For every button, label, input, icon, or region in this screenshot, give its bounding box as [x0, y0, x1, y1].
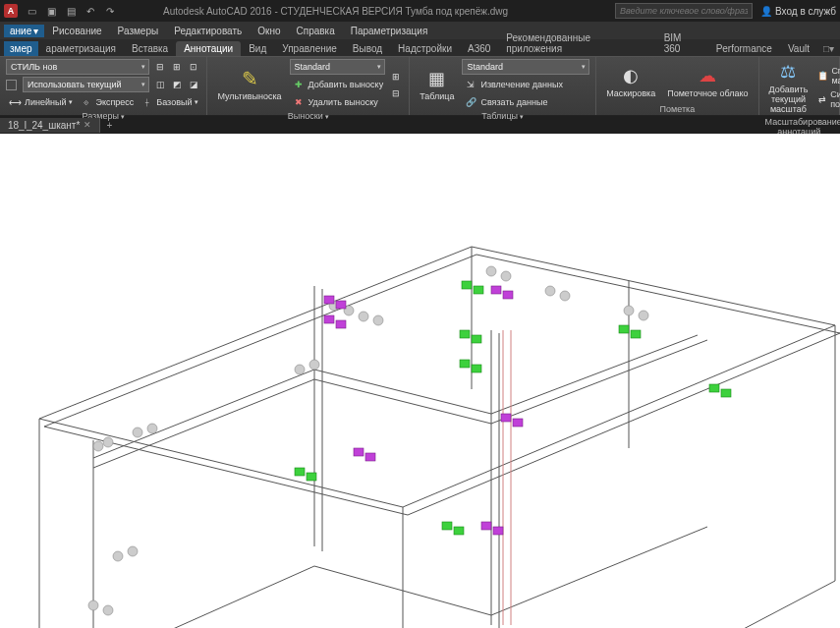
tab-insert[interactable]: Вставка	[124, 41, 176, 56]
extract-data-button[interactable]: ⇲Извлечение данных	[462, 77, 589, 92]
svg-point-19	[501, 271, 511, 281]
add-leader-button[interactable]: ✚Добавить выноску	[290, 77, 386, 92]
svg-rect-52	[354, 448, 364, 456]
remove-leader-button[interactable]: ✖Удалить выноску	[290, 94, 386, 110]
dim-icon-5[interactable]: ◩	[170, 78, 184, 91]
svg-rect-46	[324, 296, 334, 304]
table-icon: ▦	[424, 68, 450, 89]
svg-point-11	[147, 424, 157, 433]
tab-bim360[interactable]: BIM 360	[656, 30, 708, 56]
signin-label: Вход в служб	[775, 6, 836, 17]
help-search-input[interactable]	[615, 3, 753, 19]
express-icon: ⟐	[79, 95, 92, 109]
tab-parametric[interactable]: араметризация	[38, 41, 124, 56]
link-data-button[interactable]: 🔗Связать данные	[462, 94, 589, 110]
tab-performance[interactable]: Performance	[708, 41, 780, 56]
remove-leader-icon: ✖	[292, 95, 306, 109]
drawing-canvas[interactable]	[0, 134, 840, 628]
dim-express-button[interactable]: ⟐Экспресс	[77, 94, 136, 110]
dim-icon-4[interactable]: ◫	[153, 78, 167, 91]
leader-mini-2[interactable]: ⊟	[389, 86, 403, 100]
menu-edit[interactable]: Редактировать	[166, 26, 250, 36]
tab-featured[interactable]: Рекомендованные приложения	[498, 30, 655, 56]
user-icon: 👤	[760, 6, 772, 17]
panel-tables-title[interactable]: Таблицы▾	[416, 110, 589, 121]
add-scale-button[interactable]: ⚖ Добавить текущий масштаб	[765, 59, 812, 116]
multileader-button[interactable]: ✎ Мультивыноска	[213, 66, 285, 103]
leader-style-combo[interactable]: Standard	[290, 59, 386, 75]
sync-icon: ⇄	[817, 92, 827, 106]
use-current-combo[interactable]: Использовать текущий	[23, 77, 149, 92]
menu-window[interactable]: Окно	[250, 26, 288, 36]
qat-open-icon[interactable]: ▣	[43, 3, 59, 19]
tab-output[interactable]: Вывод	[345, 41, 390, 56]
svg-point-21	[560, 291, 570, 301]
app-icon[interactable]: A	[4, 4, 18, 18]
panel-leaders: ✎ Мультивыноска Standard ✚Добавить вынос…	[207, 57, 410, 115]
signin-button[interactable]: 👤 Вход в служб	[760, 6, 836, 17]
menu-left-dropdown[interactable]: ание▾	[4, 25, 44, 37]
ribbon-left-btn[interactable]: змер	[4, 41, 38, 56]
document-tab-1[interactable]: 18_l_24_шкант* ✕	[0, 118, 100, 133]
dim-icon-3[interactable]: ⊡	[187, 60, 200, 74]
svg-point-20	[545, 286, 555, 296]
scale-list-icon: 📋	[817, 69, 828, 83]
menu-parametric[interactable]: Параметризация	[343, 26, 436, 36]
tab-view[interactable]: Вид	[241, 41, 274, 56]
tab-addins[interactable]: Надстройки	[390, 41, 460, 56]
tab-annotations[interactable]: Аннотации	[176, 41, 241, 56]
add-leader-icon: ✚	[292, 78, 306, 91]
svg-point-31	[128, 546, 138, 556]
menu-draw[interactable]: Рисование	[44, 26, 109, 36]
sync-pos-button[interactable]: ⇄Синх. положения	[815, 88, 840, 110]
qat-new-icon[interactable]: ▭	[24, 3, 39, 19]
dim-icon-1[interactable]: ⊟	[153, 60, 167, 74]
svg-rect-36	[619, 325, 629, 333]
dim-style-combo[interactable]: СТИЛЬ нов	[6, 59, 149, 75]
svg-point-24	[88, 600, 98, 610]
svg-rect-48	[324, 315, 334, 323]
dim-base-button[interactable]: ⟊Базовый▾	[138, 94, 200, 110]
dim-icon-6[interactable]: ◪	[187, 78, 200, 91]
svg-rect-43	[454, 527, 464, 535]
tab-a360[interactable]: A360	[460, 41, 498, 56]
mask-button[interactable]: ◐ Маскировка	[602, 63, 659, 100]
tab-manage[interactable]: Управление	[274, 41, 345, 56]
dim-icon-2[interactable]: ⊞	[170, 60, 184, 74]
svg-rect-42	[442, 522, 452, 530]
tab-overflow[interactable]: □▾	[817, 41, 840, 56]
leader-mini-1[interactable]: ⊞	[389, 70, 403, 84]
svg-rect-41	[307, 473, 316, 481]
svg-point-17	[373, 315, 383, 325]
menu-dimensions[interactable]: Размеры	[110, 26, 167, 36]
svg-rect-51	[503, 291, 513, 299]
svg-rect-34	[460, 360, 470, 368]
dim-linear-button[interactable]: ⟷Линейный▾	[6, 94, 75, 110]
table-style-combo[interactable]: Standard	[462, 59, 589, 75]
tab-vault[interactable]: Vault	[780, 41, 817, 56]
svg-rect-39	[721, 389, 731, 397]
qat-save-icon[interactable]: ▤	[63, 3, 79, 19]
svg-rect-56	[501, 414, 511, 422]
linear-icon: ⟷	[8, 95, 22, 109]
svg-point-30	[113, 551, 123, 561]
svg-point-22	[624, 306, 634, 315]
svg-rect-33	[472, 335, 481, 343]
qat-redo-icon[interactable]: ↷	[102, 3, 118, 19]
qat-undo-icon[interactable]: ↶	[83, 3, 98, 19]
cloud-icon: ☁	[695, 65, 720, 86]
ribbon: СТИЛЬ нов ⊟ ⊞ ⊡ Использовать текущий ◫ ◩…	[0, 57, 840, 116]
svg-point-18	[486, 266, 496, 276]
svg-point-8	[93, 441, 103, 451]
scale-list-button[interactable]: 📋Список масштаб	[815, 65, 840, 86]
use-current-checkbox[interactable]	[6, 80, 17, 90]
cloud-button[interactable]: ☁ Пометочное облако	[663, 63, 752, 100]
close-icon[interactable]: ✕	[84, 120, 91, 130]
panel-leaders-title[interactable]: Выноски▾	[213, 110, 403, 121]
table-button[interactable]: ▦ Таблица	[416, 66, 458, 103]
svg-rect-54	[481, 522, 491, 530]
menu-help[interactable]: Справка	[289, 26, 343, 36]
svg-rect-49	[336, 320, 346, 328]
panel-markup-title: Пометка	[602, 103, 752, 114]
document-tab-add[interactable]: +	[100, 120, 118, 131]
